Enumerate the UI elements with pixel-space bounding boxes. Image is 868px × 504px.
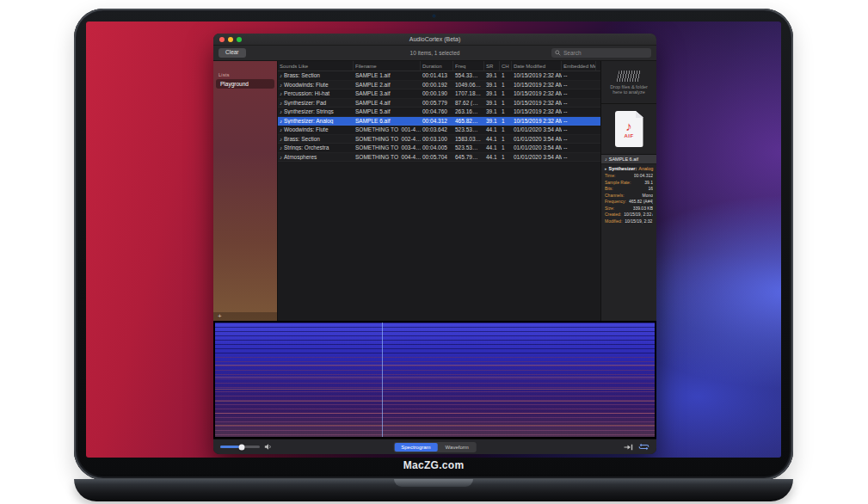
page-fold-icon	[636, 111, 643, 118]
table-row[interactable]: ♪Woodwinds: FluteSAMPLE 2.aif00:00.19210…	[278, 81, 600, 90]
aif-file-icon[interactable]: ♪ AIF	[615, 111, 643, 147]
embedded-metadata-cell: --	[562, 100, 596, 106]
field-label: Time:	[605, 173, 615, 180]
column-header-sr[interactable]: SR	[484, 61, 500, 71]
clear-button[interactable]: Clear	[219, 48, 246, 58]
column-header-filename[interactable]: Filename	[354, 61, 421, 71]
watermark: MacZG.com	[74, 459, 793, 471]
search-field[interactable]: Search	[551, 48, 651, 58]
table-row[interactable]: ♪Synthesizer: AnalogSAMPLE 6.aif00:04.31…	[278, 117, 600, 126]
ch-cell: 1	[500, 90, 512, 96]
disclosure-icon: ▸	[605, 166, 607, 171]
window-titlebar[interactable]: AudioCortex (Beta)	[213, 34, 656, 46]
inspector-field: Modified:10/15/19, 2:32 AM	[605, 218, 653, 225]
date-modified-cell: 01/01/2020 3:54 AM	[512, 154, 562, 160]
skip-to-end-icon[interactable]	[624, 444, 633, 451]
ch-cell: 1	[500, 144, 512, 151]
column-header-date-modified[interactable]: Date Modified	[512, 61, 562, 71]
column-header-duration[interactable]: Duration	[421, 61, 453, 71]
playhead[interactable]	[382, 323, 383, 437]
add-list-button[interactable]: +	[218, 313, 222, 320]
freq-cell: 263.16…	[453, 108, 484, 114]
duration-cell: 00:00.192	[421, 82, 453, 88]
sounds-like-cell: ♪Strings: Orchestra	[278, 144, 354, 151]
embedded-metadata-cell: --	[562, 126, 596, 132]
note-icon: ♪	[280, 145, 282, 151]
speaker-icon[interactable]	[264, 443, 273, 451]
view-tab-spectrogram[interactable]: Spectrogram	[394, 443, 437, 452]
field-value: 00:04.312	[634, 173, 653, 180]
drop-zone[interactable]: Drop files & folder here to analyze	[601, 61, 656, 104]
note-icon: ♪	[280, 83, 282, 88]
table-row[interactable]: ♪Synthesizer: StringsSAMPLE 5.aif00:04.7…	[278, 108, 600, 117]
macbook-screen: AudioCortex (Beta) Clear 10 items, 1 sel…	[86, 22, 781, 458]
sr-cell: 44.1	[484, 126, 500, 132]
duration-cell: 00:05.779	[421, 100, 453, 106]
sr-cell: 39.1	[484, 118, 500, 124]
sr-cell: 39.1	[484, 72, 500, 78]
view-switcher: SpectrogramWaveform	[393, 442, 476, 452]
table-row[interactable]: ♪Strings: OrchestraSOMETHING TO_003-4…00…	[278, 144, 600, 153]
sounds-like-cell: ♪Brass: Section	[278, 136, 354, 142]
sounds-like-cell: ♪Atmospheres	[278, 154, 354, 160]
macbook-frame: AudioCortex (Beta) Clear 10 items, 1 sel…	[74, 9, 793, 480]
transport-bar: SpectrogramWaveform	[213, 439, 656, 454]
selected-file-header: ♪ SAMPLE 6.aif	[601, 155, 656, 164]
embedded-metadata-cell: --	[562, 82, 596, 88]
table-row[interactable]: ♪Woodwinds: FluteSOMETHING TO_001-4…00:0…	[278, 126, 600, 135]
field-value: 10/15/19, 2:32 AM	[625, 218, 653, 225]
field-value: 465.82 (A#4)	[629, 199, 653, 206]
column-header-sounds-like[interactable]: Sounds Like	[278, 61, 354, 71]
webcam-dot	[433, 15, 435, 17]
filename-cell: SAMPLE 1.aif	[354, 72, 421, 78]
sidebar-section-label: Lists	[213, 72, 277, 79]
freq-cell: 523.53…	[453, 144, 484, 151]
field-value: 10/15/19, 2:32 AM	[624, 212, 653, 218]
file-type-label: AIF	[624, 133, 633, 138]
volume-knob[interactable]	[239, 444, 245, 450]
table-row[interactable]: ♪Synthesizer: PadSAMPLE 4.aif00:05.77987…	[278, 99, 600, 108]
ch-cell: 1	[500, 108, 512, 114]
freq-cell: 465.82…	[453, 118, 484, 124]
view-tab-waveform[interactable]: Waveform	[439, 443, 476, 452]
filename-cell: SAMPLE 2.aif	[354, 82, 421, 88]
sidebar: Lists Playground +	[213, 61, 277, 321]
note-icon: ♪	[280, 155, 282, 160]
column-header-freq[interactable]: Freq	[453, 61, 484, 71]
sidebar-footer: +	[213, 312, 277, 321]
ch-cell: 1	[500, 72, 512, 78]
note-icon: ♪	[605, 157, 607, 162]
selected-file-name: SAMPLE 6.aif	[609, 157, 638, 162]
loop-button[interactable]	[638, 443, 649, 451]
table-row[interactable]: ♪Brass: SectionSOMETHING TO_002-4…00:03.…	[278, 135, 600, 144]
filename-cell: SAMPLE 3.aif	[354, 90, 421, 96]
field-label: Modified:	[605, 218, 622, 225]
inspector-field: Channels:Mono	[605, 193, 653, 200]
volume-slider[interactable]	[220, 446, 260, 448]
column-header-embedded-metadata[interactable]: Embedded Metadata	[562, 61, 596, 71]
field-value: 16	[648, 186, 653, 193]
date-modified-cell: 10/15/2019 2:32 AM	[512, 108, 562, 114]
filename-cell: SOMETHING TO_004-4…	[354, 154, 421, 160]
table-body: ♪Brass: SectionSAMPLE 1.aif00:01.413554.…	[278, 71, 600, 162]
table-row[interactable]: ♪Percussion: Hi-hatSAMPLE 3.aif00:00.190…	[278, 89, 600, 99]
field-value: Mono	[642, 193, 653, 200]
sidebar-item-playground[interactable]: Playground	[216, 79, 274, 89]
note-icon: ♪	[280, 109, 282, 114]
spectrogram-view[interactable]	[213, 321, 656, 439]
ch-cell: 1	[500, 126, 512, 132]
note-icon: ♪	[280, 137, 282, 142]
transport-right-controls	[624, 443, 649, 451]
table-row[interactable]: ♪AtmospheresSOMETHING TO_004-4…00:05.704…	[278, 153, 600, 163]
duration-cell: 00:03.100	[421, 136, 453, 142]
category-row[interactable]: ▸ Synthesizer: Analog	[601, 164, 656, 172]
column-header-ch[interactable]: CH	[500, 61, 512, 71]
filename-cell: SAMPLE 4.aif	[354, 100, 421, 106]
sr-cell: 44.1	[484, 144, 500, 151]
sounds-like-cell: ♪Brass: Section	[278, 72, 354, 78]
table-row[interactable]: ♪Brass: SectionSAMPLE 1.aif00:01.413554.…	[278, 71, 600, 81]
category-label: Synthesizer:	[609, 166, 637, 171]
drop-zone-text: Drop files & folder here to analyze	[606, 84, 652, 95]
waveform-logo-icon	[616, 71, 641, 82]
duration-cell: 00:04.760	[421, 108, 453, 114]
